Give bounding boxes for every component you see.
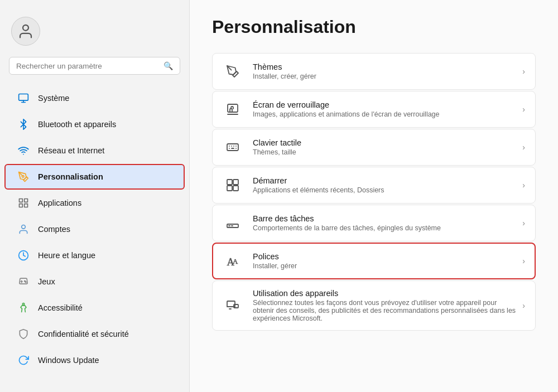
page-title: Personnalisation xyxy=(212,17,536,37)
barre-taches-subtitle: Comportements de la barre des tâches, ép… xyxy=(253,224,517,232)
svg-rect-8 xyxy=(25,204,28,207)
ecran-verrouillage-text: Écran de verrouillage Images, applicatio… xyxy=(253,100,517,118)
barre-taches-text: Barre des tâches Comportements de la bar… xyxy=(253,214,517,232)
chevron-right-icon: › xyxy=(522,257,525,265)
sidebar-item-comptes[interactable]: Comptes xyxy=(4,216,185,242)
sidebar-item-accessibilite[interactable]: Accessibilité xyxy=(4,295,185,321)
chevron-right-icon: › xyxy=(522,143,525,152)
clock-icon xyxy=(17,249,30,262)
sidebar-item-label: Système xyxy=(38,94,69,103)
svg-rect-28 xyxy=(227,180,232,185)
keyboard-icon xyxy=(223,137,243,157)
utilisation-appareils-text: Utilisation des appareils Sélectionnez t… xyxy=(253,289,517,322)
sidebar-item-personnalisation[interactable]: Personnalisation xyxy=(4,164,185,190)
sidebar-item-confidentialite[interactable]: Confidentialité et sécurité xyxy=(4,321,185,347)
svg-point-0 xyxy=(23,25,28,31)
clavier-tactile-text: Clavier tactile Thèmes, taille xyxy=(253,138,517,156)
fonts-icon: A A xyxy=(223,251,243,271)
search-box[interactable]: 🔍 xyxy=(9,57,180,75)
settings-item-barre-taches[interactable]: Barre des tâches Comportements de la bar… xyxy=(212,205,536,241)
svg-rect-1 xyxy=(19,94,28,101)
sidebar-item-label: Confidentialité et sécurité xyxy=(38,330,129,338)
start-icon xyxy=(223,175,243,195)
lock-screen-icon xyxy=(223,99,243,119)
polices-subtitle: Installer, gérer xyxy=(253,262,517,270)
settings-item-demarrer[interactable]: Démarrer Applications et éléments récent… xyxy=(212,167,536,204)
chevron-right-icon: › xyxy=(522,105,525,114)
themes-text: Thèmes Installer, créer, gérer xyxy=(253,62,517,80)
settings-item-polices[interactable]: A A Polices Installer, gérer › xyxy=(212,243,536,279)
nav-list: Système Bluetooth et appareils Réseau et… xyxy=(0,85,189,381)
bluetooth-icon xyxy=(17,118,30,131)
barre-taches-title: Barre des tâches xyxy=(253,214,517,223)
sidebar-item-jeux[interactable]: Jeux xyxy=(4,269,185,294)
search-input[interactable] xyxy=(16,62,163,70)
themes-icon xyxy=(223,61,243,81)
chevron-right-icon: › xyxy=(522,67,525,76)
sidebar-item-systeme[interactable]: Système xyxy=(4,85,185,111)
sidebar-item-label: Comptes xyxy=(38,225,70,234)
svg-rect-31 xyxy=(233,186,238,191)
person-icon xyxy=(17,222,30,236)
polices-title: Polices xyxy=(253,252,517,261)
svg-point-5 xyxy=(22,176,24,177)
monitor-icon xyxy=(17,91,30,105)
sidebar-item-label: Accessibilité xyxy=(38,303,83,312)
main-content: Personnalisation Thèmes Installer, créer… xyxy=(190,0,558,392)
utilisation-appareils-title: Utilisation des appareils xyxy=(253,289,517,298)
settings-item-themes[interactable]: Thèmes Installer, créer, gérer › xyxy=(212,53,536,90)
utilisation-appareils-subtitle: Sélectionnez toutes les façons dont vous… xyxy=(253,299,517,322)
themes-title: Thèmes xyxy=(253,62,517,71)
apps-icon xyxy=(17,196,30,210)
taskbar-icon xyxy=(223,213,243,233)
sidebar-item-windows-update[interactable]: Windows Update xyxy=(4,347,185,373)
wifi-icon xyxy=(17,144,30,157)
settings-item-clavier-tactile[interactable]: Clavier tactile Thèmes, taille › xyxy=(212,129,536,166)
polices-text: Polices Installer, gérer xyxy=(253,252,517,270)
avatar xyxy=(11,17,40,46)
demarrer-text: Démarrer Applications et éléments récent… xyxy=(253,176,517,194)
svg-point-15 xyxy=(25,282,26,283)
demarrer-title: Démarrer xyxy=(253,176,517,185)
svg-rect-30 xyxy=(227,186,232,191)
sidebar-item-label: Réseau et Internet xyxy=(38,146,104,155)
refresh-icon xyxy=(17,354,30,367)
sidebar-item-label: Personnalisation xyxy=(38,172,103,181)
shield-icon xyxy=(17,327,30,341)
svg-rect-9 xyxy=(20,204,23,207)
settings-item-utilisation-appareils[interactable]: Utilisation des appareils Sélectionnez t… xyxy=(212,280,536,331)
svg-rect-29 xyxy=(233,180,238,185)
brush-icon xyxy=(17,170,30,183)
svg-rect-20 xyxy=(227,144,238,151)
sidebar-item-reseau[interactable]: Réseau et Internet xyxy=(4,138,185,163)
search-icon: 🔍 xyxy=(163,61,173,70)
clavier-tactile-subtitle: Thèmes, taille xyxy=(253,148,517,156)
sidebar: 🔍 Système Bluetooth et appareils xyxy=(0,0,190,392)
svg-rect-17 xyxy=(228,104,238,112)
ecran-verrouillage-title: Écran de verrouillage xyxy=(253,100,517,109)
accessibility-icon xyxy=(17,301,30,314)
svg-rect-7 xyxy=(25,199,28,202)
sidebar-item-label: Applications xyxy=(38,199,81,207)
chevron-right-icon: › xyxy=(522,301,525,310)
sidebar-item-label: Jeux xyxy=(38,277,55,286)
svg-rect-6 xyxy=(20,199,23,202)
svg-point-16 xyxy=(22,303,24,305)
sidebar-item-label: Heure et langue xyxy=(38,251,95,260)
clavier-tactile-title: Clavier tactile xyxy=(253,138,517,147)
demarrer-subtitle: Applications et éléments récents, Dossie… xyxy=(253,186,517,194)
settings-item-ecran-verrouillage[interactable]: Écran de verrouillage Images, applicatio… xyxy=(212,91,536,128)
avatar-area xyxy=(0,11,189,57)
ecran-verrouillage-subtitle: Images, applications et animations de l'… xyxy=(253,110,517,118)
svg-text:A: A xyxy=(233,258,238,265)
sidebar-item-label: Windows Update xyxy=(38,356,99,365)
sidebar-item-applications[interactable]: Applications xyxy=(4,190,185,216)
gamepad-icon xyxy=(17,275,30,288)
sidebar-item-bluetooth[interactable]: Bluetooth et appareils xyxy=(4,112,185,137)
sidebar-item-label: Bluetooth et appareils xyxy=(38,120,116,129)
sidebar-item-heure[interactable]: Heure et langue xyxy=(4,243,185,268)
chevron-right-icon: › xyxy=(522,181,525,190)
settings-list: Thèmes Installer, créer, gérer › Écran d… xyxy=(212,53,536,331)
devices-icon xyxy=(223,296,243,316)
themes-subtitle: Installer, créer, gérer xyxy=(253,72,517,80)
